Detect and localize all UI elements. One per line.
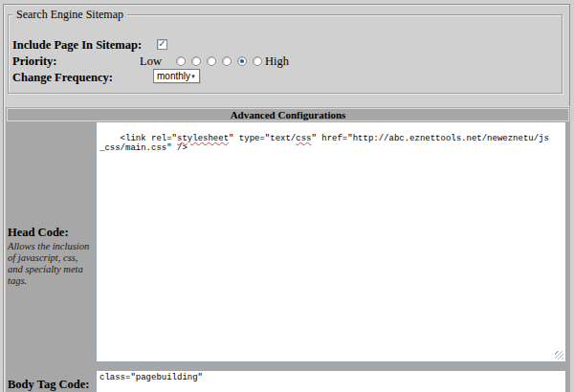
priority-radio-3[interactable]	[207, 56, 216, 66]
head-code-description: Allows the inclusion of javascript, css,…	[8, 241, 94, 287]
change-frequency-select[interactable]: monthly ▼	[153, 69, 200, 83]
change-frequency-label: Change Frequency:	[12, 71, 113, 85]
priority-radio-group	[176, 56, 262, 66]
body-tag-code-textarea[interactable]: class="pagebuilding"	[96, 370, 566, 392]
chevron-down-icon: ▼	[190, 74, 196, 79]
head-code-content: <link rel="stylesheet" type="text/css" h…	[99, 134, 549, 153]
resize-grip[interactable]	[555, 351, 563, 359]
priority-radio-2[interactable]	[191, 56, 201, 66]
check-icon: ✓	[158, 39, 166, 49]
change-frequency-value: monthly	[157, 71, 190, 81]
priority-low-label: Low	[140, 54, 162, 69]
head-code-textarea[interactable]: <link rel="stylesheet" type="text/css" h…	[96, 121, 566, 362]
priority-radio-1[interactable]	[176, 56, 186, 66]
body-tag-code-label: Body Tag Code:	[8, 378, 89, 392]
sitemap-legend: Search Engine Sitemap	[12, 8, 127, 21]
priority-radio-5[interactable]	[237, 56, 247, 66]
include-sitemap-label: Include Page In Sitemap:	[12, 38, 142, 53]
priority-high-label: High	[265, 54, 289, 69]
head-code-label: Head Code:	[8, 226, 94, 240]
head-code-label-block: Head Code: Allows the inclusion of javas…	[8, 226, 94, 287]
priority-radio-6[interactable]	[253, 56, 262, 66]
include-sitemap-checkbox[interactable]: ✓	[157, 39, 167, 50]
body-tag-code-content: class="pagebuilding"	[99, 373, 203, 382]
page: Search Engine Sitemap Include Page In Si…	[0, 0, 574, 392]
priority-radio-4[interactable]	[222, 56, 232, 66]
advanced-configurations-header: Advanced Configurations	[7, 108, 569, 121]
priority-label: Priority:	[12, 54, 57, 69]
